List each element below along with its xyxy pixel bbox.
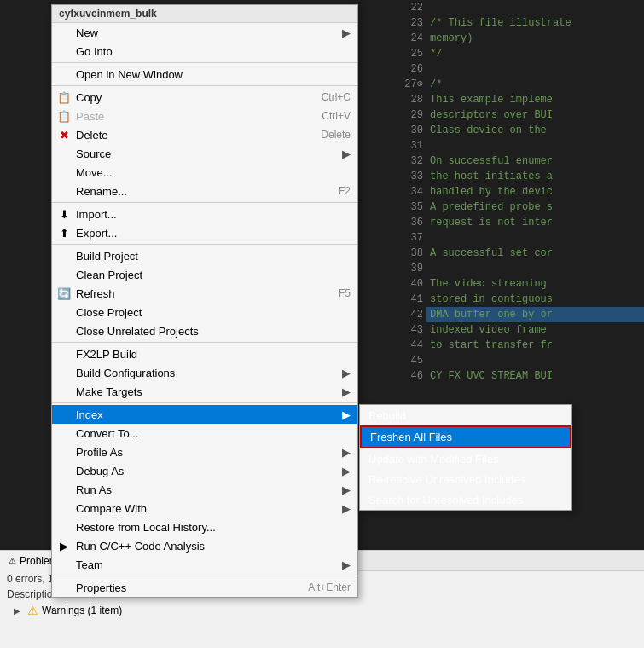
submenu-arrow-index: ▶ [342,408,351,421]
menu-item-team[interactable]: Team ▶ [52,555,357,574]
menu-label-run-as: Run As [76,483,112,496]
menu-item-go-into[interactable]: Go Into [52,42,357,61]
submenu-index: Rebuild Freshen All Files Update with Mo… [359,404,572,511]
rename-shortcut: F2 [339,185,351,197]
menu-label-run-analysis: Run C/C++ Code Analysis [76,540,205,553]
submenu-label-rebuild: Rebuild [368,409,406,422]
submenu-arrow-build-config: ▶ [342,367,351,379]
copy-icon: 📋 [57,90,71,104]
menu-label-export: Export... [76,227,117,240]
submenu-label-update-modified: Update with Modified Files [368,453,498,466]
menu-item-new[interactable]: New ▶ [52,23,357,42]
menu-label-paste: Paste [76,110,104,123]
submenu-item-re-resolve[interactable]: Re-resolve Unresolved Includes [360,469,571,489]
menu-item-debug-as[interactable]: Debug As ▶ [52,461,357,480]
menu-label-source: Source [76,148,111,160]
menu-header: cyfxuvcinmem_bulk [52,5,357,23]
separator-6 [52,402,357,403]
submenu-arrow-compare: ▶ [342,502,351,515]
menu-title: cyfxuvcinmem_bulk [59,8,157,20]
submenu-arrow-source: ▶ [342,148,351,160]
paste-shortcut: Ctrl+V [322,110,351,122]
menu-item-convert-to[interactable]: Convert To... [52,424,357,443]
warning-label: Warnings (1 item) [42,605,122,616]
menu-label-copy: Copy [76,91,102,104]
paste-icon: 📋 [57,109,71,123]
submenu-item-search-unresolved[interactable]: Search for Unresolved Includes [360,489,571,510]
menu-label-build-project: Build Project [76,250,138,263]
menu-item-rename[interactable]: Rename... F2 [52,182,357,200]
menu-item-build-configurations[interactable]: Build Configurations ▶ [52,363,357,382]
context-menu: cyfxuvcinmem_bulk New ▶ Go Into Open in … [51,4,358,598]
submenu-arrow-run: ▶ [342,483,351,496]
menu-item-copy[interactable]: 📋 Copy Ctrl+C [52,88,357,107]
menu-item-move[interactable]: Move... [52,163,357,182]
menu-label-fx2lp: FX2LP Build [76,348,137,361]
menu-item-import[interactable]: ⬇ Import... [52,205,357,223]
submenu-arrow-new: ▶ [342,26,351,39]
menu-label-rename: Rename... [76,185,127,198]
menu-item-refresh[interactable]: 🔄 Refresh F5 [52,284,357,303]
menu-item-export[interactable]: ⬆ Export... [52,223,357,242]
menu-item-close-unrelated[interactable]: Close Unrelated Projects [52,321,357,340]
submenu-arrow-team: ▶ [342,558,351,571]
expand-arrow-icon: ▶ [14,606,20,616]
menu-label-debug-as: Debug As [76,465,124,477]
submenu-item-rebuild[interactable]: Rebuild [360,405,571,425]
menu-label-restore-local: Restore from Local History... [76,521,216,534]
menu-label-make-targets: Make Targets [76,385,142,398]
menu-item-run-code-analysis[interactable]: ▶ Run C/C++ Code Analysis [52,536,357,555]
menu-label-index: Index [76,408,103,421]
copy-shortcut: Ctrl+C [322,91,351,103]
submenu-label-re-resolve: Re-resolve Unresolved Includes [368,473,525,486]
menu-label-import: Import... [76,208,117,221]
properties-shortcut: Alt+Enter [308,581,351,593]
warning-icon: ⚠ [27,604,38,617]
menu-label-refresh: Refresh [76,287,115,300]
submenu-item-update-modified[interactable]: Update with Modified Files [360,448,571,469]
submenu-label-freshen: Freshen All Files [370,431,452,443]
menu-item-paste[interactable]: 📋 Paste Ctrl+V [52,107,357,125]
menu-item-index[interactable]: Index ▶ Rebuild Freshen All Files Update… [52,405,357,424]
delete-icon: ✖ [57,128,71,142]
menu-item-compare-with[interactable]: Compare With ▶ [52,499,357,518]
menu-item-profile-as[interactable]: Profile As ▶ [52,443,357,461]
menu-label-go-into: Go Into [76,45,113,58]
menu-item-source[interactable]: Source ▶ [52,144,357,163]
submenu-arrow-make-targets: ▶ [342,385,351,398]
menu-item-build-project[interactable]: Build Project [52,246,357,265]
separator-2 [52,85,357,86]
menu-label-profile-as: Profile As [76,446,123,459]
separator-4 [52,244,357,245]
menu-label-clean-project: Clean Project [76,269,142,281]
menu-item-make-targets[interactable]: Make Targets ▶ [52,382,357,401]
refresh-shortcut: F5 [339,287,351,299]
export-icon: ⬆ [57,226,71,240]
menu-item-run-as[interactable]: Run As ▶ [52,480,357,499]
separator-7 [52,576,357,576]
menu-item-close-project[interactable]: Close Project [52,303,357,321]
submenu-arrow-debug: ▶ [342,465,351,477]
import-icon: ⬇ [57,207,71,221]
submenu-item-freshen[interactable]: Freshen All Files [360,425,571,448]
menu-label-convert: Convert To... [76,427,138,440]
menu-item-properties[interactable]: Properties Alt+Enter [52,578,357,597]
menu-item-fx2lp-build[interactable]: FX2LP Build [52,344,357,363]
delete-shortcut: Delete [321,129,351,141]
submenu-label-search-unresolved: Search for Unresolved Includes [368,494,523,506]
warning-item[interactable]: ▶ ⚠ Warnings (1 item) [0,602,644,619]
refresh-icon: 🔄 [57,286,71,300]
submenu-arrow-profile: ▶ [342,446,351,459]
menu-label-build-config: Build Configurations [76,367,175,379]
menu-item-delete[interactable]: ✖ Delete Delete [52,125,357,144]
menu-label-delete: Delete [76,129,108,142]
menu-label-open-new-window: Open in New Window [76,68,183,81]
menu-item-restore-local[interactable]: Restore from Local History... [52,518,357,536]
separator-5 [52,342,357,343]
separator-1 [52,62,357,63]
menu-item-clean-project[interactable]: Clean Project [52,265,357,284]
menu-label-move: Move... [76,166,113,179]
menu-label-close-project: Close Project [76,306,142,319]
menu-label-compare: Compare With [76,502,147,515]
menu-item-open-new-window[interactable]: Open in New Window [52,65,357,84]
